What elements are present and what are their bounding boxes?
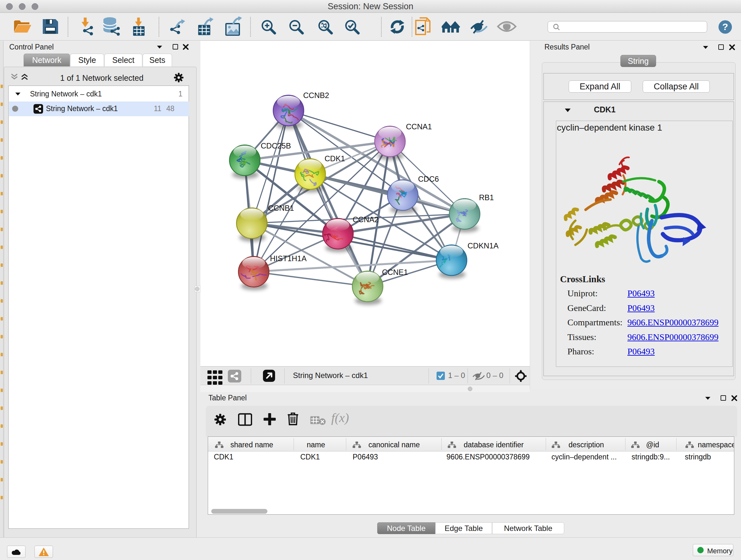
svg-text:?: ?	[722, 21, 728, 32]
svg-text:RB1: RB1	[479, 193, 494, 202]
svg-text:CDKN1A: CDKN1A	[468, 241, 498, 250]
svg-text:CCNB1: CCNB1	[268, 204, 294, 212]
svg-text:CCNA1: CCNA1	[406, 122, 432, 131]
svg-text:HIST1H1A: HIST1H1A	[270, 254, 307, 263]
svg-text:CDC6: CDC6	[418, 175, 439, 183]
svg-text:CCNE1: CCNE1	[382, 268, 408, 276]
svg-text:CDC25B: CDC25B	[261, 141, 291, 150]
svg-text:CCNB2: CCNB2	[303, 91, 329, 100]
svg-text:CDK1: CDK1	[325, 154, 345, 163]
svg-text:CCNA2: CCNA2	[353, 215, 379, 224]
